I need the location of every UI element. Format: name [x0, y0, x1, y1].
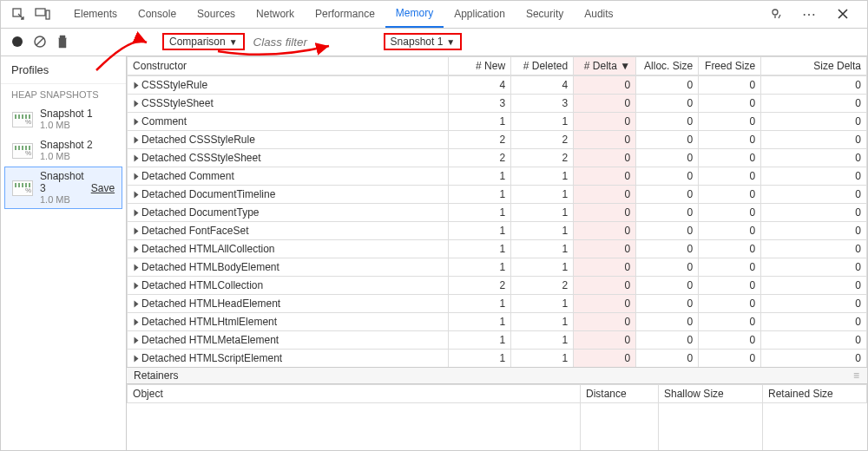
expand-icon[interactable]: [135, 301, 139, 308]
constructor-cell: CSSStyleSheet: [128, 94, 449, 112]
deleted-cell: 1: [511, 294, 574, 312]
delta-cell: 0: [574, 112, 636, 130]
retainers-column-header[interactable]: Distance: [581, 385, 659, 403]
snapshot-name: Snapshot 2: [40, 140, 115, 151]
baseline-dropdown[interactable]: Snapshot 1 ▼: [384, 33, 463, 50]
column-header[interactable]: # Deleted: [511, 56, 574, 75]
table-row[interactable]: Detached HTMLCollection 2 2 0 0 0 0: [128, 276, 867, 294]
table-row[interactable]: Comment 1 1 0 0 0 0: [128, 112, 867, 130]
clear-button[interactable]: [32, 34, 48, 49]
table-row[interactable]: Detached HTMLHtmlElement 1 1 0 0 0 0: [128, 312, 867, 330]
expand-icon[interactable]: [135, 173, 139, 180]
drag-handle-icon[interactable]: ≡: [853, 369, 860, 382]
section-label: HEAP SNAPSHOTS: [1, 84, 126, 103]
expand-icon[interactable]: [135, 356, 139, 363]
expand-icon[interactable]: [135, 192, 139, 199]
tab-audits[interactable]: Audits: [574, 1, 623, 28]
delta-cell: 0: [574, 258, 636, 276]
expand-icon[interactable]: [135, 101, 139, 108]
svg-rect-2: [46, 10, 49, 19]
expand-icon[interactable]: [135, 283, 139, 290]
expand-icon[interactable]: [135, 210, 139, 217]
new-cell: 3: [449, 94, 511, 112]
tab-elements[interactable]: Elements: [63, 1, 128, 28]
alloc-cell: 0: [636, 94, 699, 112]
expand-icon[interactable]: [135, 82, 139, 89]
more-icon[interactable]: ⋯: [801, 5, 819, 23]
table-row[interactable]: Detached DocumentType 1 1 0 0 0 0: [128, 203, 867, 221]
new-cell: 1: [449, 167, 511, 185]
table-row[interactable]: Detached FontFaceSet 1 1 0 0 0 0: [128, 221, 867, 239]
table-row[interactable]: Detached HTMLMetaElement 1 1 0 0 0 0: [128, 330, 867, 349]
column-header[interactable]: # Delta ▼: [574, 56, 636, 75]
column-header[interactable]: Size Delta: [761, 56, 867, 75]
deleted-cell: 2: [511, 276, 574, 294]
retainers-header[interactable]: Retainers ≡: [127, 367, 867, 384]
table-row[interactable]: Detached HTMLBodyElement 1 1 0 0 0 0: [128, 258, 867, 276]
expand-icon[interactable]: [135, 228, 139, 235]
delta-cell: 0: [574, 294, 636, 312]
snapshot-name: Snapshot 1: [40, 108, 115, 120]
retainers-label: Retainers: [134, 369, 178, 382]
table-row[interactable]: CSSStyleSheet 3 3 0 0 0 0: [128, 94, 867, 112]
new-cell: 1: [449, 312, 511, 330]
table-row[interactable]: Detached Comment 1 1 0 0 0 0: [128, 167, 867, 185]
delta-cell: 0: [574, 75, 636, 94]
table-row[interactable]: Detached CSSStyleSheet 2 2 0 0 0 0: [128, 148, 867, 167]
column-header[interactable]: Alloc. Size: [636, 56, 699, 75]
retainers-column-header[interactable]: Shallow Size: [659, 385, 763, 403]
delta-cell: 0: [574, 148, 636, 167]
close-icon[interactable]: [834, 5, 852, 23]
deleted-cell: 1: [511, 167, 574, 185]
deleted-cell: 4: [511, 75, 574, 94]
expand-icon[interactable]: [135, 119, 139, 126]
view-mode-dropdown[interactable]: Comparison ▼: [162, 33, 245, 50]
table-row[interactable]: Detached DocumentTimeline 1 1 0 0 0 0: [128, 185, 867, 203]
tab-application[interactable]: Application: [444, 1, 516, 28]
deleted-cell: 1: [511, 349, 574, 367]
alloc-cell: 0: [636, 258, 699, 276]
device-toggle-icon[interactable]: [34, 5, 51, 23]
alloc-cell: 0: [636, 203, 699, 221]
expand-icon[interactable]: [135, 319, 139, 326]
inspect-icon[interactable]: [10, 5, 27, 23]
freed-cell: 0: [699, 185, 761, 203]
column-header[interactable]: # New: [449, 56, 511, 75]
tab-sources[interactable]: Sources: [187, 1, 246, 28]
expand-icon[interactable]: [135, 155, 139, 162]
constructor-cell: Detached Comment: [128, 167, 449, 185]
expand-icon[interactable]: [135, 137, 139, 144]
alloc-cell: 0: [636, 185, 699, 203]
record-button[interactable]: [10, 34, 25, 49]
retainers-column-header[interactable]: Object: [128, 385, 581, 403]
column-header[interactable]: Freed Size: [699, 56, 761, 75]
table-row[interactable]: Detached HTMLAllCollection 1 1 0 0 0 0: [128, 239, 867, 258]
column-header[interactable]: Constructor: [128, 56, 449, 75]
snapshot-item[interactable]: Snapshot 2 1.0 MB: [4, 135, 122, 166]
devtools-tabs-bar: ElementsConsoleSourcesNetworkPerformance…: [1, 1, 867, 29]
table-row[interactable]: Detached CSSStyleRule 2 2 0 0 0 0: [128, 130, 867, 148]
table-row[interactable]: Detached HTMLHeadElement 1 1 0 0 0 0: [128, 294, 867, 312]
delete-button[interactable]: [55, 34, 70, 49]
tab-network[interactable]: Network: [246, 1, 305, 28]
expand-icon[interactable]: [135, 337, 139, 344]
class-filter-input[interactable]: [252, 35, 339, 49]
snapshot-size: 1.0 MB: [40, 120, 115, 130]
table-row[interactable]: CSSStyleRule 4 4 0 0 0 0: [128, 75, 867, 94]
alloc-cell: 0: [636, 167, 699, 185]
tab-memory[interactable]: Memory: [385, 1, 444, 28]
snapshot-item[interactable]: Snapshot 3 1.0 MB Save: [4, 167, 122, 208]
expand-icon[interactable]: [135, 265, 139, 271]
save-link[interactable]: Save: [91, 182, 115, 194]
constructor-cell: Detached HTMLMetaElement: [128, 330, 449, 349]
new-cell: 2: [449, 276, 511, 294]
tab-performance[interactable]: Performance: [305, 1, 385, 28]
tab-console[interactable]: Console: [128, 1, 187, 28]
expand-icon[interactable]: [135, 246, 139, 253]
caret-down-icon: ▼: [229, 37, 238, 47]
settings-icon[interactable]: [768, 5, 786, 23]
tab-security[interactable]: Security: [516, 1, 574, 28]
snapshot-item[interactable]: Snapshot 1 1.0 MB: [4, 104, 122, 134]
retainers-column-header[interactable]: Retained Size: [763, 385, 867, 403]
table-row[interactable]: Detached HTMLScriptElement 1 1 0 0 0 0: [128, 349, 867, 367]
